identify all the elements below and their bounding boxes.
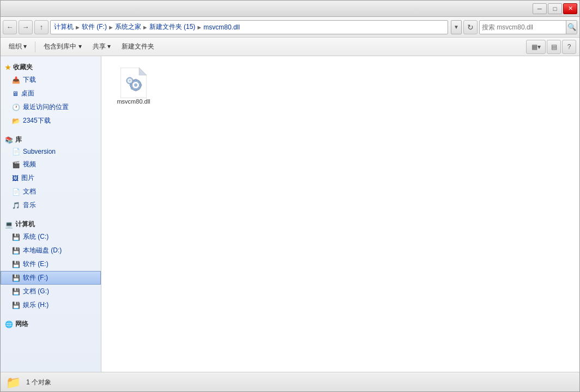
drive-h-label: 娱乐 (H:) — [23, 300, 49, 310]
back-button[interactable]: ← — [3, 20, 17, 34]
drive-g-icon: 💾 — [12, 288, 20, 295]
content-area[interactable]: msvcm80.dll — [101, 56, 579, 372]
forward-button[interactable]: → — [19, 20, 33, 34]
computer-icon: 💻 — [5, 221, 13, 228]
main-area: ★ 收藏夹 📥 下载 🖥 桌面 🕐 最近访问的位置 📂 2345下载 📚 库 📄… — [1, 56, 579, 372]
sidebar-item-h[interactable]: 💾 娱乐 (H:) — [1, 298, 101, 312]
include-library-button[interactable]: 包含到库中 ▾ — [39, 40, 86, 54]
sidebar-item-c[interactable]: 💾 系统 (C:) — [1, 230, 101, 244]
drive-d-label: 本地磁盘 (D:) — [23, 246, 62, 255]
drive-e-icon: 💾 — [12, 261, 20, 268]
sidebar-section-library[interactable]: 📚 库 — [1, 132, 101, 146]
title-bar: ─ □ ✕ — [1, 1, 579, 17]
sidebar-item-recent[interactable]: 🕐 最近访问的位置 — [1, 100, 101, 114]
organize-button[interactable]: 组织 ▾ — [4, 40, 32, 54]
drive-f-label: 软件 (F:) — [23, 273, 48, 282]
video-icon: 🎬 — [12, 161, 20, 168]
path-file[interactable]: msvcm80.dll — [203, 23, 240, 31]
sidebar-item-d[interactable]: 💾 本地磁盘 (D:) — [1, 244, 101, 257]
sidebar-section-computer[interactable]: 💻 计算机 — [1, 216, 101, 230]
help-button[interactable]: ? — [562, 40, 576, 54]
svg-point-15 — [129, 80, 131, 82]
sidebar-section-favorites[interactable]: ★ 收藏夹 — [1, 59, 101, 73]
music-label: 音乐 — [23, 201, 36, 210]
recent-label: 最近访问的位置 — [23, 102, 69, 112]
sidebar-section-network[interactable]: 🌐 网络 — [1, 316, 101, 330]
refresh-button[interactable]: ↻ — [463, 20, 478, 34]
close-button[interactable]: ✕ — [563, 3, 577, 14]
drive-f-icon: 💾 — [12, 274, 20, 282]
view-tiles-button[interactable]: ▤ — [547, 40, 561, 54]
pictures-icon: 🖼 — [12, 174, 19, 182]
file-name: msvcm80.dll — [117, 98, 150, 105]
sidebar-item-e[interactable]: 💾 软件 (E:) — [1, 257, 101, 271]
path-drive[interactable]: 软件 (F:) — [82, 22, 107, 32]
address-path[interactable]: 计算机 ► 软件 (F:) ► 系统之家 ► 新建文件夹 (15) ► msvc… — [50, 20, 448, 34]
svg-rect-6 — [135, 89, 137, 91]
sidebar-item-documents[interactable]: 📄 文档 — [1, 185, 101, 198]
sidebar-item-subversion[interactable]: 📄 Subversion — [1, 146, 101, 158]
drive-d-icon: 💾 — [12, 247, 20, 255]
sidebar-item-pictures[interactable]: 🖼 图片 — [1, 171, 101, 185]
status-folder-icon: 📁 — [6, 376, 21, 390]
2345-label: 2345下载 — [23, 116, 51, 125]
library-label: 库 — [15, 135, 22, 144]
subversion-icon: 📄 — [12, 148, 20, 155]
documents-label: 文档 — [23, 187, 36, 196]
download-icon: 📥 — [12, 76, 20, 84]
view-options-button[interactable]: ▦▾ — [526, 40, 546, 54]
file-item-dll[interactable]: msvcm80.dll — [109, 64, 158, 108]
search-icon[interactable]: 🔍 — [566, 21, 577, 34]
computer-label: 计算机 — [15, 220, 35, 229]
new-folder-button[interactable]: 新建文件夹 — [117, 40, 159, 54]
sidebar-item-g[interactable]: 💾 文档 (G:) — [1, 285, 101, 298]
drive-c-label: 系统 (C:) — [23, 232, 49, 242]
2345-icon: 📂 — [12, 117, 20, 125]
search-input[interactable] — [480, 23, 566, 31]
drive-h-icon: 💾 — [12, 301, 20, 309]
download-label: 下载 — [23, 75, 36, 85]
separator-2: ► — [108, 24, 114, 31]
pictures-label: 图片 — [21, 173, 34, 183]
maximize-button[interactable]: □ — [548, 3, 562, 14]
sidebar-item-desktop[interactable]: 🖥 桌面 — [1, 87, 101, 100]
sidebar: ★ 收藏夹 📥 下载 🖥 桌面 🕐 最近访问的位置 📂 2345下载 📚 库 📄… — [1, 56, 101, 372]
sidebar-item-f[interactable]: 💾 软件 (F:) — [1, 271, 101, 285]
recent-icon: 🕐 — [12, 104, 20, 111]
sidebar-item-2345[interactable]: 📂 2345下载 — [1, 114, 101, 128]
separator-4: ► — [196, 24, 202, 31]
favorites-icon: ★ — [5, 64, 11, 71]
path-dropdown-button[interactable]: ▼ — [451, 20, 462, 34]
sidebar-item-download[interactable]: 📥 下载 — [1, 73, 101, 87]
video-label: 视频 — [23, 160, 36, 169]
library-icon: 📚 — [5, 136, 13, 144]
desktop-icon: 🖥 — [12, 90, 19, 98]
status-count: 1 个对象 — [26, 378, 51, 387]
network-icon: 🌐 — [5, 321, 13, 328]
minimize-button[interactable]: ─ — [533, 3, 547, 14]
sidebar-item-video[interactable]: 🎬 视频 — [1, 158, 101, 171]
drive-e-label: 软件 (E:) — [23, 260, 49, 269]
desktop-label: 桌面 — [21, 89, 34, 98]
status-bar: 📁 1 个对象 — [1, 372, 579, 392]
music-icon: 🎵 — [12, 202, 20, 209]
path-folder1[interactable]: 系统之家 — [115, 22, 141, 32]
share-button[interactable]: 共享 ▾ — [88, 40, 116, 54]
separator-1: ► — [75, 24, 81, 31]
svg-point-4 — [134, 83, 137, 87]
separator-3: ► — [142, 24, 148, 31]
svg-rect-5 — [135, 79, 137, 81]
sidebar-item-music[interactable]: 🎵 音乐 — [1, 198, 101, 212]
path-computer[interactable]: 计算机 — [54, 22, 74, 32]
up-button[interactable]: ↑ — [34, 20, 49, 34]
path-folder2[interactable]: 新建文件夹 (15) — [149, 22, 196, 32]
search-box[interactable]: 🔍 — [479, 20, 577, 34]
drive-c-icon: 💾 — [12, 233, 20, 241]
svg-rect-8 — [140, 85, 142, 86]
dll-file-icon — [120, 68, 147, 98]
separator — [35, 41, 35, 52]
documents-icon: 📄 — [12, 188, 20, 196]
drive-g-label: 文档 (G:) — [23, 287, 49, 296]
svg-marker-1 — [139, 68, 147, 75]
favorites-label: 收藏夹 — [13, 63, 33, 72]
